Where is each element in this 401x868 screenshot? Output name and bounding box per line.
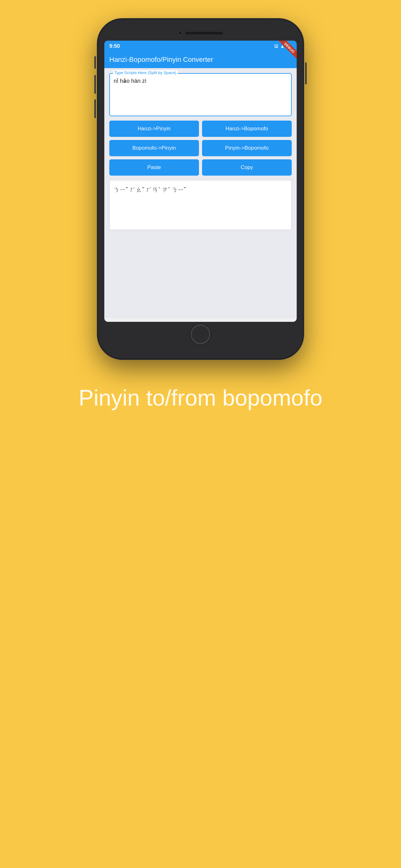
phone-bottom (104, 322, 297, 347)
volume-down-button (94, 99, 96, 118)
app-content: Type Scripts Here (Split by Space) Hanzi… (104, 68, 297, 318)
phone-shell: 9:50 🖫 ▲ 🔋 Hanzi-Bopomofo/Pinyin Convert… (97, 19, 304, 359)
home-button[interactable] (191, 324, 210, 344)
status-icons: 🖫 ▲ 🔋 (274, 44, 292, 49)
status-time: 9:50 (109, 43, 120, 50)
output-text: ㄋㄧˇ ㄏㄠˇ ㄏㄢˋ ㄗˋ ㄋㄧˇ (113, 185, 288, 195)
battery-icon: 🔋 (287, 44, 292, 49)
front-camera (178, 31, 182, 35)
tagline: Pinyin to/from bopomofo (54, 384, 347, 442)
power-button (305, 62, 307, 84)
phone-screen: 9:50 🖫 ▲ 🔋 Hanzi-Bopomofo/Pinyin Convert… (104, 41, 297, 322)
input-label: Type Scripts Here (Split by Space) (113, 70, 178, 75)
app-bar: Hanzi-Bopomofo/Pinyin Converter (104, 52, 297, 68)
app-title: Hanzi-Bopomofo/Pinyin Converter (109, 56, 292, 64)
status-bar: 9:50 🖫 ▲ 🔋 (104, 41, 297, 52)
bopomofo-pinyin-button[interactable]: Bopomofo->Pinyin (109, 140, 199, 156)
wifi-icon: ▲ (280, 44, 285, 49)
hanzi-pinyin-button[interactable]: Hanzi->Pinyin (109, 121, 199, 137)
sim-icon: 🖫 (274, 44, 278, 49)
pinyin-bopomofo-button[interactable]: Pinyin->Bopomofo (202, 140, 292, 156)
output-container: ㄋㄧˇ ㄏㄠˇ ㄏㄢˋ ㄗˋ ㄋㄧˇ (109, 180, 292, 230)
input-container: Type Scripts Here (Split by Space) (109, 73, 292, 116)
script-input[interactable] (114, 77, 287, 111)
earpiece-speaker (186, 32, 223, 34)
button-grid: Hanzi->Pinyin Hanzi->Bopomofo Bopomofo->… (109, 121, 292, 176)
copy-button[interactable]: Copy (202, 159, 292, 176)
mute-button (94, 56, 96, 69)
volume-up-button (94, 75, 96, 94)
hanzi-bopomofo-button[interactable]: Hanzi->Bopomofo (202, 121, 292, 137)
phone-top-bar (104, 28, 297, 39)
paste-button[interactable]: Paste (109, 159, 199, 176)
